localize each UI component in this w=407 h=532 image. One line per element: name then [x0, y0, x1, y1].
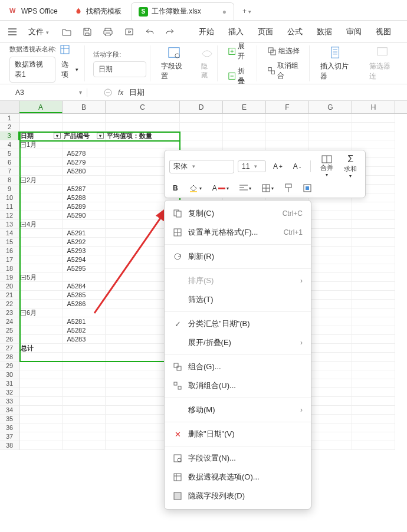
- cell-a[interactable]: [19, 264, 63, 273]
- cell-g[interactable]: [309, 282, 352, 291]
- cell-h[interactable]: [352, 132, 395, 140]
- redo-icon[interactable]: [161, 26, 179, 38]
- pivot-header-avg[interactable]: 平均值项：数量: [106, 132, 180, 140]
- cell-a[interactable]: [19, 114, 63, 123]
- undo-icon[interactable]: [141, 26, 159, 38]
- insert-button[interactable]: [300, 183, 315, 193]
- ctx-filter[interactable]: 筛选(T): [165, 290, 311, 309]
- cell-b[interactable]: A5295: [63, 264, 106, 273]
- col-a[interactable]: A: [19, 101, 63, 113]
- active-field-value[interactable]: 日期: [93, 61, 146, 77]
- cell-g[interactable]: [309, 335, 352, 344]
- cell-g[interactable]: [309, 423, 352, 432]
- cell-a[interactable]: [19, 388, 63, 397]
- row-header[interactable]: 21: [0, 291, 19, 300]
- increase-font-button[interactable]: A+: [270, 161, 286, 172]
- file-menu[interactable]: 文件 ▾: [22, 24, 55, 40]
- cell-b[interactable]: A5286: [63, 300, 106, 308]
- cell-g[interactable]: [309, 300, 352, 308]
- merge-button[interactable]: 合并▾: [317, 155, 337, 178]
- cell-d[interactable]: [180, 132, 223, 140]
- cell-b[interactable]: [63, 344, 106, 353]
- cell-b[interactable]: [63, 441, 106, 450]
- cancel-icon[interactable]: [104, 88, 112, 97]
- cell-a[interactable]: [19, 362, 63, 370]
- cell-h[interactable]: [352, 238, 395, 247]
- cell-b[interactable]: A5280: [63, 167, 106, 176]
- cell-h[interactable]: [352, 344, 395, 353]
- menu-page[interactable]: 页面: [252, 24, 279, 40]
- ctx-ungroup[interactable]: 取消组合(U)...: [165, 376, 311, 395]
- cell-a[interactable]: [19, 379, 63, 388]
- cell-e[interactable]: [223, 114, 266, 123]
- cell-f[interactable]: [266, 132, 309, 140]
- cell-h[interactable]: [352, 335, 395, 344]
- row-header[interactable]: 2: [0, 123, 19, 132]
- cell-h[interactable]: [352, 388, 395, 397]
- cell-h[interactable]: [352, 370, 395, 379]
- cell-g[interactable]: [309, 291, 352, 300]
- cell-a[interactable]: −6月: [19, 308, 63, 317]
- row-header[interactable]: 23: [0, 308, 19, 317]
- cell-f[interactable]: [266, 114, 309, 123]
- col-b[interactable]: B: [63, 101, 106, 113]
- ctx-format-cells[interactable]: 设置单元格格式(F)... Ctrl+1: [165, 223, 311, 242]
- row-header[interactable]: 8: [0, 176, 19, 185]
- formula-value[interactable]: 日期: [129, 87, 145, 98]
- cell-e[interactable]: [223, 123, 266, 132]
- ctx-delete[interactable]: ✕ 删除"日期"(V): [165, 425, 311, 444]
- row-header[interactable]: 33: [0, 397, 19, 406]
- row-header[interactable]: 17: [0, 255, 19, 264]
- col-f[interactable]: F: [266, 101, 309, 113]
- row-header[interactable]: 7: [0, 167, 19, 176]
- cell-g[interactable]: [309, 140, 352, 149]
- cell-h[interactable]: [352, 397, 395, 406]
- cell-b[interactable]: A5291: [63, 229, 106, 238]
- cell-c[interactable]: [106, 140, 180, 149]
- row-header[interactable]: 22: [0, 300, 19, 308]
- cell-h[interactable]: [352, 362, 395, 370]
- row-header[interactable]: 32: [0, 388, 19, 397]
- cell-g[interactable]: [309, 415, 352, 423]
- field-settings-button[interactable]: 字段设置: [155, 45, 193, 81]
- cell-a[interactable]: [19, 423, 63, 432]
- cell-h[interactable]: [352, 247, 395, 255]
- col-g[interactable]: G: [309, 101, 352, 113]
- ctx-hide-field-list[interactable]: 隐藏字段列表(D): [165, 487, 311, 505]
- cell-b[interactable]: [63, 273, 106, 282]
- row-header[interactable]: 28: [0, 353, 19, 362]
- ctx-pivot-options[interactable]: 数据透视表选项(O)...: [165, 468, 311, 487]
- fx-label[interactable]: fx: [118, 88, 123, 97]
- row-header[interactable]: 37: [0, 432, 19, 441]
- file-tab[interactable]: S 工作簿数量.xlsx ●: [131, 2, 234, 20]
- font-family-select[interactable]: 宋体▾: [169, 160, 234, 173]
- expand-button[interactable]: 展开: [226, 40, 253, 63]
- cell-b[interactable]: A5294: [63, 255, 106, 264]
- cell-h[interactable]: [352, 229, 395, 238]
- cell-b[interactable]: A5287: [63, 185, 106, 193]
- cell-a[interactable]: [19, 432, 63, 441]
- preview-icon[interactable]: [120, 26, 139, 38]
- cell-c[interactable]: [106, 114, 180, 123]
- cell-h[interactable]: [352, 353, 395, 362]
- select-all-corner[interactable]: [0, 101, 19, 113]
- cell-h[interactable]: [352, 432, 395, 441]
- cell-a[interactable]: −2月: [19, 176, 63, 185]
- menu-insert[interactable]: 插入: [222, 24, 250, 40]
- cell-h[interactable]: [352, 282, 395, 291]
- cell-b[interactable]: A5283: [63, 335, 106, 344]
- cell-g[interactable]: [309, 255, 352, 264]
- cell-a[interactable]: [19, 193, 63, 202]
- cell-b[interactable]: A5284: [63, 282, 106, 291]
- cell-b[interactable]: A5293: [63, 247, 106, 255]
- cell-h[interactable]: [352, 114, 395, 123]
- pivot-name-value[interactable]: 数据透视表1: [9, 57, 55, 83]
- cell-h[interactable]: [352, 300, 395, 308]
- row-header[interactable]: 31: [0, 379, 19, 388]
- row-header[interactable]: 4: [0, 140, 19, 149]
- row-header[interactable]: 38: [0, 441, 19, 450]
- row-header[interactable]: 18: [0, 264, 19, 273]
- row-header[interactable]: 15: [0, 238, 19, 247]
- cell-b[interactable]: [63, 379, 106, 388]
- cell-b[interactable]: A5281: [63, 317, 106, 326]
